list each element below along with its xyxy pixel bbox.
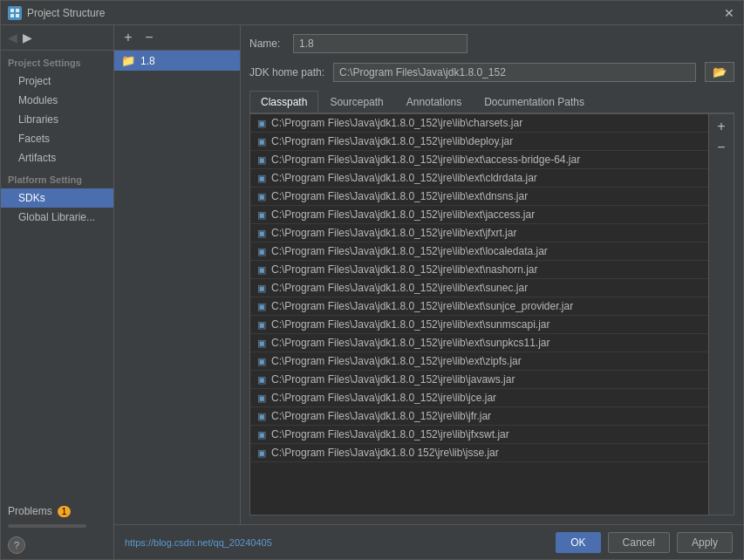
help-button[interactable]: ? <box>8 536 25 554</box>
jar-icon: ▣ <box>257 411 266 422</box>
jar-icon: ▣ <box>257 191 266 202</box>
tab-classpath[interactable]: Classpath <box>249 91 318 113</box>
ok-button[interactable]: OK <box>556 532 600 553</box>
sidebar-item-global-libraries[interactable]: Global Librarie... <box>1 208 113 227</box>
jar-list-item[interactable]: ▣C:\Program Files\Java\jdk1.8.0_152\jre\… <box>250 224 708 242</box>
project-settings-section-label: Project Settings <box>1 51 113 72</box>
jar-list-item[interactable]: ▣C:\Program Files\Java\jdk1.8.0_152\jre\… <box>250 389 708 407</box>
jar-path: C:\Program Files\Java\jdk1.8.0_152\jre\l… <box>271 208 535 221</box>
jar-icon: ▣ <box>257 136 266 147</box>
sidebar-item-sdks[interactable]: SDKs <box>1 188 113 208</box>
jar-icon: ▣ <box>257 283 266 294</box>
jar-path: C:\Program Files\Java\jdk1.8.0 152\jre\l… <box>271 447 499 459</box>
svg-rect-1 <box>16 9 19 12</box>
svg-rect-3 <box>16 14 19 17</box>
jar-path: C:\Program Files\Java\jdk1.8.0_152\jre\l… <box>271 392 496 404</box>
jar-icon: ▣ <box>257 228 266 239</box>
jdk-path-row: JDK home path: 📂 <box>249 62 734 82</box>
jar-path: C:\Program Files\Java\jdk1.8.0_152\jre\l… <box>271 373 515 386</box>
platform-settings-section-label: Platform Setting <box>1 167 113 188</box>
jar-list-item[interactable]: ▣C:\Program Files\Java\jdk1.8.0_152\jre\… <box>250 206 708 224</box>
sidebar-item-project[interactable]: Project <box>1 72 113 91</box>
close-button[interactable]: ✕ <box>722 6 736 20</box>
jar-path: C:\Program Files\Java\jdk1.8.0_152\jre\l… <box>271 410 491 422</box>
name-label: Name: <box>249 38 284 50</box>
cancel-button[interactable]: Cancel <box>608 532 670 553</box>
jar-path: C:\Program Files\Java\jdk1.8.0_152\jre\l… <box>271 227 516 239</box>
jar-list-item[interactable]: ▣C:\Program Files\Java\jdk1.8.0_152\jre\… <box>250 371 708 389</box>
window-title: Project Structure <box>27 7 722 19</box>
jar-list-item[interactable]: ▣C:\Program Files\Java\jdk1.8.0_152\jre\… <box>250 188 708 206</box>
jdk-path-input[interactable] <box>333 63 696 82</box>
add-jar-button[interactable]: + <box>713 118 730 135</box>
jar-path: C:\Program Files\Java\jdk1.8.0_152\jre\l… <box>271 337 549 349</box>
jar-path: C:\Program Files\Java\jdk1.8.0_152\jre\l… <box>271 263 537 276</box>
jar-icon: ▣ <box>257 393 266 404</box>
jar-list-container: ▣C:\Program Files\Java\jdk1.8.0_152\jre\… <box>249 113 734 516</box>
svg-rect-0 <box>10 9 14 12</box>
tab-annotations[interactable]: Annotations <box>395 91 473 113</box>
problems-label: Problems <box>8 505 52 517</box>
jar-path: C:\Program Files\Java\jdk1.8.0_152\jre\l… <box>271 117 522 129</box>
jar-list-item[interactable]: ▣C:\Program Files\Java\jdk1.8.0_152\jre\… <box>250 316 708 334</box>
tab-sourcepath[interactable]: Sourcepath <box>318 91 394 113</box>
jar-icon: ▣ <box>257 301 266 312</box>
jar-list-item[interactable]: ▣C:\Program Files\Java\jdk1.8.0_152\jre\… <box>250 169 708 188</box>
right-panel: + − 📁 1.8 Name: <box>114 25 743 559</box>
jar-icon: ▣ <box>257 173 266 184</box>
footer-link[interactable]: https://blog.csdn.net/qq_20240405 <box>125 537 272 548</box>
sdk-list-toolbar: + − <box>114 25 240 51</box>
jar-path: C:\Program Files\Java\jdk1.8.0_152\jre\l… <box>271 245 548 257</box>
sidebar-item-modules[interactable]: Modules <box>1 91 113 110</box>
jar-path: C:\Program Files\Java\jdk1.8.0_152\jre\l… <box>271 300 573 312</box>
jar-list-item[interactable]: ▣C:\Program Files\Java\jdk1.8.0_152\jre\… <box>250 261 708 279</box>
jar-icon: ▣ <box>257 118 266 129</box>
sdk-list-item[interactable]: 📁 1.8 <box>114 51 240 71</box>
sdk-folder-icon: 📁 <box>121 54 135 67</box>
jar-list-item[interactable]: ▣C:\Program Files\Java\jdk1.8.0_152\jre\… <box>250 242 708 261</box>
jar-path: C:\Program Files\Java\jdk1.8.0_152\jre\l… <box>271 172 537 184</box>
jar-icon: ▣ <box>257 429 266 440</box>
jar-list-item[interactable]: ▣C:\Program Files\Java\jdk1.8.0_152\jre\… <box>250 334 708 352</box>
jar-list-item[interactable]: ▣C:\Program Files\Java\jdk1.8.0_152\jre\… <box>250 279 708 297</box>
problems-badge: 1 <box>58 506 72 517</box>
jar-icon: ▣ <box>257 374 266 386</box>
jar-list-item[interactable]: ▣C:\Program Files\Java\jdk1.8.0_152\jre\… <box>250 407 708 426</box>
sidebar-item-artifacts[interactable]: Artifacts <box>1 148 113 167</box>
sidebar-item-problems[interactable]: Problems 1 <box>1 502 113 521</box>
sdk-name-row: Name: <box>249 34 734 53</box>
remove-sdk-button[interactable]: − <box>140 29 158 46</box>
jar-list[interactable]: ▣C:\Program Files\Java\jdk1.8.0_152\jre\… <box>249 113 709 516</box>
jar-list-item[interactable]: ▣C:\Program Files\Java\jdk1.8.0_152\jre\… <box>250 297 708 316</box>
jar-list-item[interactable]: ▣C:\Program Files\Java\jdk1.8.0_152\jre\… <box>250 151 708 169</box>
remove-jar-button[interactable]: − <box>713 139 730 156</box>
jar-icon: ▣ <box>257 264 266 276</box>
apply-button[interactable]: Apply <box>677 532 733 553</box>
sidebar-item-libraries[interactable]: Libraries <box>1 110 113 129</box>
title-bar: Project Structure ✕ <box>1 1 743 25</box>
main-content: ◀ ▶ Project Settings Project Modules Lib… <box>1 25 743 559</box>
add-sdk-button[interactable]: + <box>119 29 137 46</box>
forward-button[interactable]: ▶ <box>23 31 32 44</box>
jar-path: C:\Program Files\Java\jdk1.8.0_152\jre\l… <box>271 428 509 440</box>
jar-path: C:\Program Files\Java\jdk1.8.0_152\jre\l… <box>271 355 522 367</box>
jar-list-item[interactable]: ▣C:\Program Files\Java\jdk1.8.0_152\jre\… <box>250 352 708 371</box>
name-input[interactable] <box>293 34 468 53</box>
sdk-panel: + − 📁 1.8 Name: <box>114 25 743 524</box>
sdk-details: Name: JDK home path: 📂 Classpath <box>241 25 743 524</box>
sdk-list-item-label: 1.8 <box>140 55 155 67</box>
window-icon <box>8 6 22 20</box>
back-button[interactable]: ◀ <box>8 31 17 44</box>
jar-list-item[interactable]: ▣C:\Program Files\Java\jdk1.8.0 152\jre\… <box>250 444 708 462</box>
jar-icon: ▣ <box>257 246 266 257</box>
sidebar-item-facets[interactable]: Facets <box>1 129 113 148</box>
jar-path: C:\Program Files\Java\jdk1.8.0_152\jre\l… <box>271 154 580 166</box>
jar-list-item[interactable]: ▣C:\Program Files\Java\jdk1.8.0_152\jre\… <box>250 114 708 133</box>
jar-list-item[interactable]: ▣C:\Program Files\Java\jdk1.8.0_152\jre\… <box>250 426 708 444</box>
jdk-path-label: JDK home path: <box>249 66 324 79</box>
browse-button[interactable]: 📂 <box>705 62 734 82</box>
browse-icon: 📂 <box>713 65 727 79</box>
jar-list-item[interactable]: ▣C:\Program Files\Java\jdk1.8.0_152\jre\… <box>250 133 708 151</box>
sdk-list-panel: + − 📁 1.8 <box>114 25 241 524</box>
tab-documentation-paths[interactable]: Documentation Paths <box>473 91 596 113</box>
